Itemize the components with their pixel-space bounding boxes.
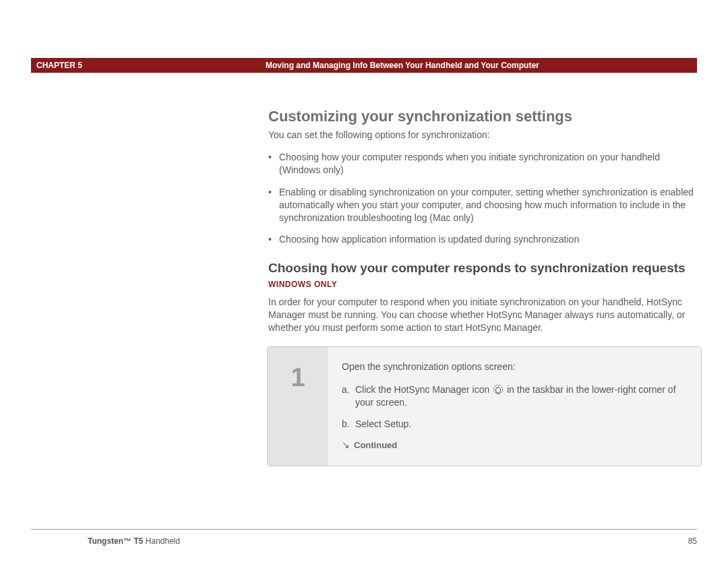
main-content: Customizing your synchronization setting… <box>268 108 700 466</box>
subsection-heading: Choosing how your computer responds to s… <box>268 261 700 276</box>
substep-label: a. <box>342 383 355 410</box>
substep-text: Click the HotSync Manager icon in the ta… <box>355 383 689 410</box>
bullet-dot-icon: • <box>268 151 279 177</box>
footer-rule <box>31 529 697 530</box>
platform-badge: WINDOWS ONLY <box>268 280 700 289</box>
chapter-title: Moving and Managing Info Between Your Ha… <box>266 61 692 70</box>
bullet-item: • Choosing how application information i… <box>268 233 700 246</box>
bullet-text: Choosing how your computer responds when… <box>279 151 700 177</box>
product-bold: Tungsten™ T5 <box>88 536 143 546</box>
page-number: 85 <box>688 536 697 546</box>
product-rest: Handheld <box>143 536 180 546</box>
section-heading: Customizing your synchronization setting… <box>268 108 700 125</box>
bullet-list: • Choosing how your computer responds wh… <box>268 151 700 246</box>
bullet-text: Choosing how application information is … <box>279 233 579 246</box>
hotsync-icon <box>493 385 503 394</box>
section-intro: You can set the following options for sy… <box>268 129 700 140</box>
product-name: Tungsten™ T5 Handheld <box>88 536 180 546</box>
continued-row: ↘ Continued <box>342 439 689 452</box>
bullet-text: Enabling or disabling synchronization on… <box>279 186 700 224</box>
substep-text: Select Setup. <box>355 418 689 431</box>
bullet-dot-icon: • <box>268 186 279 224</box>
step-box: 1 Open the synchronization options scree… <box>267 346 702 466</box>
subsection-paragraph: In order for your computer to respond wh… <box>268 296 700 334</box>
continued-arrow-icon: ↘ <box>342 439 350 452</box>
continued-label: Continued <box>354 439 397 451</box>
step-number: 1 <box>291 363 305 392</box>
step-body: Open the synchronization options screen:… <box>328 347 701 466</box>
substep-b: b. Select Setup. <box>342 418 689 431</box>
bullet-item: • Choosing how your computer responds wh… <box>268 151 700 177</box>
substep-label: b. <box>342 418 355 431</box>
step-title: Open the synchronization options screen: <box>342 361 689 374</box>
page-footer: Tungsten™ T5 Handheld 85 <box>88 536 697 546</box>
bullet-item: • Enabling or disabling synchronization … <box>268 186 700 224</box>
substep-a: a. Click the HotSync Manager icon in the… <box>342 383 689 410</box>
chapter-label: CHAPTER 5 <box>36 61 266 70</box>
substep-a-pre: Click the HotSync Manager icon <box>355 384 489 395</box>
chapter-header: CHAPTER 5 Moving and Managing Info Betwe… <box>31 58 697 73</box>
bullet-dot-icon: • <box>268 233 279 246</box>
step-number-panel: 1 <box>268 347 328 466</box>
